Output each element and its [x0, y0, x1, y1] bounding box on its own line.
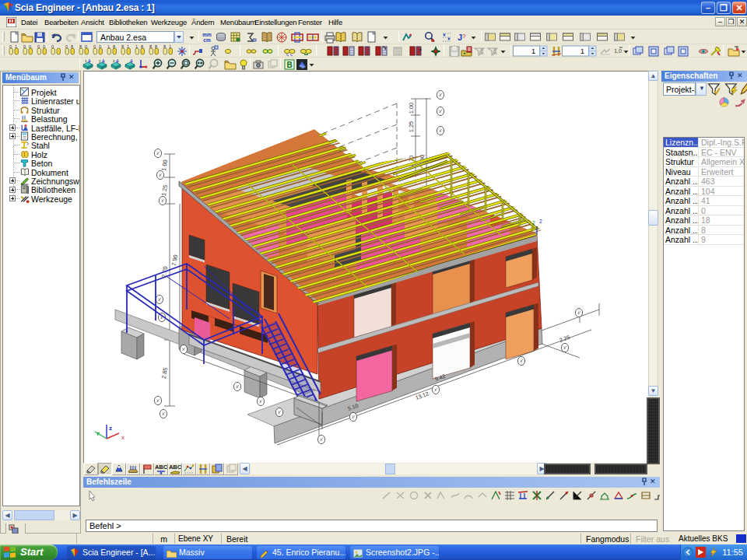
- svg-text:8: 8: [155, 45, 157, 49]
- svg-text:0: 0: [9, 45, 12, 49]
- svg-text:7.90: 7.90: [170, 254, 179, 267]
- svg-text:0: 0: [51, 45, 54, 49]
- svg-text:1: 1: [580, 47, 584, 55]
- svg-text:8: 8: [163, 45, 166, 49]
- svg-text:1: 1: [531, 47, 535, 55]
- svg-text:0: 0: [65, 45, 68, 49]
- svg-text:1.25: 1.25: [408, 121, 415, 133]
- svg-text:y: y: [99, 58, 101, 63]
- svg-text:13.12: 13.12: [415, 390, 430, 401]
- svg-text:ABC: ABC: [169, 464, 181, 471]
- svg-text:1: 1: [169, 45, 171, 49]
- svg-text:8: 8: [79, 45, 82, 49]
- svg-text:B: B: [286, 61, 292, 69]
- svg-text:0: 0: [23, 45, 26, 49]
- svg-text:cm: cm: [203, 37, 211, 43]
- svg-text:z: z: [113, 58, 115, 63]
- svg-text:1: 1: [107, 45, 110, 49]
- svg-text:1.00: 1.00: [160, 159, 169, 172]
- svg-text:8: 8: [121, 45, 124, 49]
- svg-text:x: x: [121, 434, 124, 441]
- svg-text:1.00: 1.00: [408, 103, 415, 114]
- svg-text:2.25: 2.25: [559, 334, 570, 343]
- svg-text:0: 0: [29, 45, 31, 49]
- svg-text:0: 0: [37, 45, 40, 49]
- svg-text:0: 0: [43, 45, 45, 49]
- svg-text:0: 0: [85, 45, 87, 49]
- svg-text:2: 2: [539, 219, 542, 224]
- svg-text:1: 1: [135, 45, 138, 49]
- svg-text:x: x: [85, 58, 87, 63]
- svg-text:ABC: ABC: [155, 464, 167, 471]
- svg-text:2: 2: [532, 220, 535, 226]
- svg-text:mm: mm: [202, 32, 212, 37]
- svg-text:1: 1: [15, 45, 17, 49]
- svg-text:2.85: 2.85: [160, 367, 169, 380]
- svg-text:8: 8: [141, 45, 143, 49]
- svg-text:8: 8: [71, 45, 73, 49]
- svg-text:1,0: 1,0: [614, 48, 622, 54]
- svg-text:1: 1: [127, 45, 129, 49]
- svg-text:8: 8: [149, 45, 152, 49]
- svg-text:z: z: [109, 425, 112, 432]
- svg-text:8: 8: [113, 45, 115, 49]
- svg-text:0: 0: [99, 45, 101, 49]
- svg-text:?: ?: [462, 33, 466, 40]
- svg-text:1.25: 1.25: [160, 184, 169, 197]
- svg-text:0: 0: [93, 45, 96, 49]
